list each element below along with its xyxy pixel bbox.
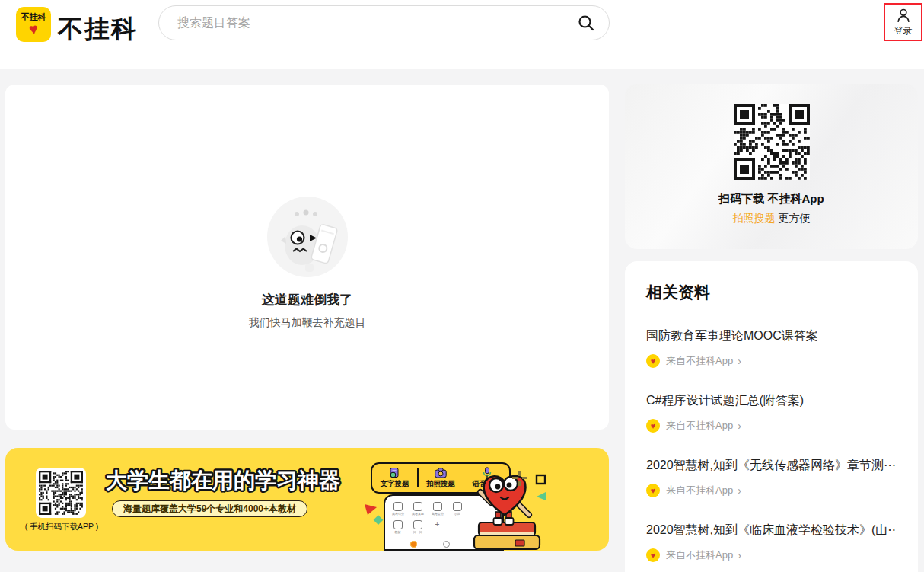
feature-text-search[interactable]: 文字搜题 <box>372 464 417 492</box>
source-label: 来自不挂科App <box>666 354 733 368</box>
banner-badge: 海量题库覆盖大学59个专业和4000+本教材 <box>112 500 307 517</box>
related-item-source[interactable]: ♥ 来自不挂科App › <box>646 484 897 497</box>
login-button[interactable]: 登录 <box>884 3 922 41</box>
app-logo-icon: ♥ <box>646 484 660 497</box>
heart-icon: ♥ <box>28 21 40 37</box>
download-line1: 扫码下载 不挂科App <box>718 192 824 206</box>
related-item-title[interactable]: C#程序设计试题汇总(附答案) <box>646 393 897 409</box>
deco-shapes-left <box>363 501 386 526</box>
qr-code <box>734 104 810 180</box>
related-materials-card: 相关资料 国防教育军事理论MOOC课答案 ♥ 来自不挂科App › C#程序设计… <box>625 261 918 572</box>
top-header: 不挂科 ♥ 不挂科 登录 <box>0 0 924 69</box>
chevron-right-icon: › <box>738 549 741 561</box>
document-search-icon <box>389 468 400 478</box>
empty-result-card: 这道题难倒我了 我们快马加鞭去补充题目 <box>5 85 609 430</box>
banner-qr-caption: ( 手机扫码下载APP ) <box>19 522 104 532</box>
chevron-right-icon: › <box>738 420 741 432</box>
related-item[interactable]: 国防教育军事理论MOOC课答案 ♥ 来自不挂科App › <box>646 328 897 368</box>
app-download-card: 扫码下载 不挂科App 拍照搜题 更方便 <box>625 84 918 249</box>
app-logo-icon: ♥ <box>646 354 660 368</box>
login-label: 登录 <box>894 24 913 37</box>
app-logo-icon[interactable]: 不挂科 ♥ <box>16 7 51 42</box>
user-icon <box>895 7 912 24</box>
source-label: 来自不挂科App <box>666 484 733 497</box>
feature-photo-search[interactable]: 拍照搜题 <box>419 464 464 492</box>
empty-mascot-illustration <box>267 197 348 277</box>
related-item-source[interactable]: ♥ 来自不挂科App › <box>646 354 897 368</box>
empty-state-title: 这道题难倒我了 <box>262 291 352 308</box>
related-item[interactable]: 2020智慧树,知到《临床血液学检验技术》(山⋯ ♥ 来自不挂科App › <box>646 522 897 562</box>
related-item[interactable]: C#程序设计试题汇总(附答案) ♥ 来自不挂科App › <box>646 393 897 433</box>
banner-title: 大学生都在用的学习神器 <box>103 462 354 497</box>
svg-text:大学生都在用的学习神器: 大学生都在用的学习神器 <box>106 468 340 492</box>
source-label: 来自不挂科App <box>666 419 733 433</box>
search-icon[interactable] <box>577 14 595 32</box>
related-heading: 相关资料 <box>646 282 897 303</box>
related-item-title[interactable]: 国防教育军事理论MOOC课答案 <box>646 328 897 344</box>
download-line2-rest: 更方便 <box>776 212 811 224</box>
banner-qr-card <box>36 468 86 518</box>
related-item-source[interactable]: ♥ 来自不挂科App › <box>646 548 897 562</box>
brand-wordmark: 不挂科 <box>58 12 138 46</box>
app-promo-banner[interactable]: ( 手机扫码下载APP ) 大学生都在用的学习神器 海量题库覆盖大学59个专业和… <box>5 448 609 551</box>
related-item-title[interactable]: 2020智慧树,知到《临床血液学检验技术》(山⋯ <box>646 522 897 538</box>
search-bar[interactable] <box>158 5 610 40</box>
app-logo-icon: ♥ <box>646 548 660 562</box>
phone-nav-home-icon <box>410 541 417 548</box>
source-label: 来自不挂科App <box>666 548 733 562</box>
empty-state-subtitle: 我们快马加鞭去补充题目 <box>249 316 366 330</box>
qr-code <box>39 471 83 515</box>
feature-label: 拍照搜题 <box>426 479 455 489</box>
camera-icon <box>435 468 447 478</box>
related-item-source[interactable]: ♥ 来自不挂科App › <box>646 419 897 433</box>
phone-nav-profile-icon <box>443 541 450 548</box>
feature-label: 文字搜题 <box>381 479 409 489</box>
chevron-right-icon: › <box>738 355 741 367</box>
deco-shapes-right <box>512 471 547 501</box>
download-line2-highlight: 拍照搜题 <box>733 212 776 224</box>
search-input[interactable] <box>177 16 577 30</box>
related-item[interactable]: 2020智慧树,知到《无线传感器网络》章节测⋯ ♥ 来自不挂科App › <box>646 458 897 497</box>
related-item-title[interactable]: 2020智慧树,知到《无线传感器网络》章节测⋯ <box>646 458 897 474</box>
chevron-right-icon: › <box>738 484 741 497</box>
download-line2: 拍照搜题 更方便 <box>733 212 811 225</box>
app-logo-icon: ♥ <box>646 419 660 433</box>
